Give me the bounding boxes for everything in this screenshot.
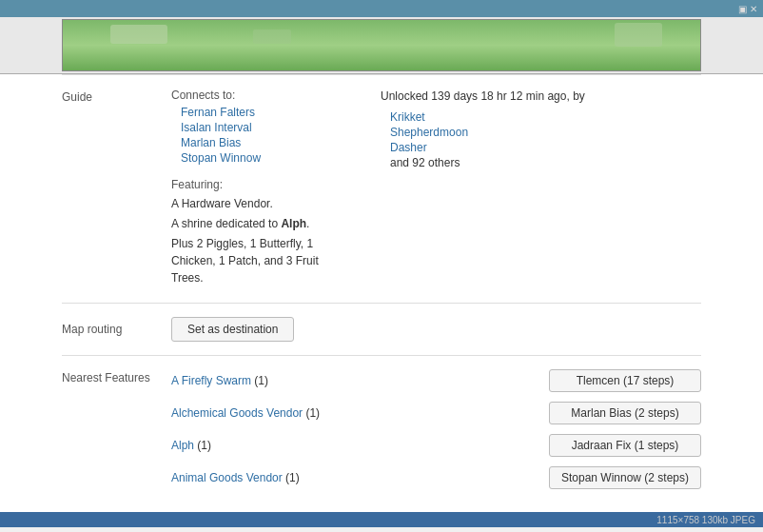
set-destination-button[interactable]: Set as destination bbox=[171, 317, 294, 342]
nearest-btn-3[interactable]: Stopan Winnow (2 steps) bbox=[549, 466, 701, 489]
unlocked-column: Unlocked 139 days 18 hr 12 min ago, by K… bbox=[381, 89, 585, 289]
connects-link-0[interactable]: Fernan Falters bbox=[181, 106, 342, 119]
featuring-item-1: A shrine dedicated to Alph. bbox=[171, 215, 342, 232]
nearest-feature-count-1: (1) bbox=[303, 406, 320, 420]
connects-link-2[interactable]: Marlan Bias bbox=[181, 136, 342, 149]
nearest-features-label: Nearest Features bbox=[62, 369, 171, 499]
map-banner: ▣ ✕ bbox=[0, 0, 763, 17]
nearest-row-2: Alph (1) Jadraan Fix (1 steps) bbox=[171, 434, 701, 457]
nearest-feature-count-3: (1) bbox=[283, 471, 300, 484]
connects-link-3[interactable]: Stopan Winnow bbox=[181, 151, 342, 165]
status-bar: 1115×758 130kb JPEG bbox=[0, 512, 763, 527]
connects-to-title: Connects to: bbox=[171, 89, 342, 102]
unlocked-others: and 92 others bbox=[390, 156, 585, 169]
unlocker-0[interactable]: Krikket bbox=[390, 110, 585, 124]
nearest-feature-name-0: A Firefly Swarm (1) bbox=[171, 374, 539, 387]
status-text: 1115×758 130kb JPEG bbox=[656, 515, 755, 525]
nearest-feature-name-2: Alph (1) bbox=[171, 439, 539, 452]
nearest-row-0: A Firefly Swarm (1) Tlemcen (17 steps) bbox=[171, 369, 701, 392]
map-image-container bbox=[0, 17, 763, 74]
unlocker-1[interactable]: Shepherdmoon bbox=[390, 126, 585, 139]
nearest-btn-0[interactable]: Tlemcen (17 steps) bbox=[549, 369, 701, 392]
nearest-feature-link-2[interactable]: Alph bbox=[171, 439, 194, 452]
guide-section: Guide Connects to: Fernan Falters Isalan… bbox=[62, 75, 701, 303]
nearest-btn-1[interactable]: Marlan Bias (2 steps) bbox=[549, 402, 701, 424]
nearest-btn-2[interactable]: Jadraan Fix (1 steps) bbox=[549, 434, 701, 457]
featuring-item-2: Plus 2 Piggles, 1 Butterfly, 1 Chicken, … bbox=[171, 235, 342, 286]
unlocker-2[interactable]: Dasher bbox=[390, 141, 585, 154]
map-routing-label: Map routing bbox=[62, 323, 171, 336]
connects-to-column: Connects to: Fernan Falters Isalan Inter… bbox=[171, 89, 342, 289]
featuring-title: Featuring: bbox=[171, 178, 342, 191]
unlocked-title: Unlocked 139 days 18 hr 12 min ago, by bbox=[381, 89, 585, 105]
map-image bbox=[62, 19, 701, 71]
map-controls: ▣ ✕ bbox=[738, 4, 757, 14]
nearest-feature-name-3: Animal Goods Vendor (1) bbox=[171, 471, 539, 484]
nearest-features-body: A Firefly Swarm (1) Tlemcen (17 steps) A… bbox=[171, 369, 701, 499]
guide-body: Connects to: Fernan Falters Isalan Inter… bbox=[171, 89, 701, 289]
page-wrapper: Guide Connects to: Fernan Falters Isalan… bbox=[0, 74, 763, 512]
nearest-feature-link-0[interactable]: A Firefly Swarm bbox=[171, 374, 251, 387]
featuring-item-0: A Hardware Vendor. bbox=[171, 195, 342, 212]
nearest-feature-name-1: Alchemical Goods Vendor (1) bbox=[171, 406, 539, 420]
nearest-features-section: Nearest Features A Firefly Swarm (1) Tle… bbox=[62, 356, 701, 512]
nearest-feature-link-3[interactable]: Animal Goods Vendor bbox=[171, 471, 283, 484]
nearest-row-3: Animal Goods Vendor (1) Stopan Winnow (2… bbox=[171, 466, 701, 489]
map-routing-section: Map routing Set as destination bbox=[62, 304, 701, 355]
nearest-feature-count-2: (1) bbox=[194, 439, 211, 452]
nearest-row-1: Alchemical Goods Vendor (1) Marlan Bias … bbox=[171, 402, 701, 424]
nearest-feature-link-1[interactable]: Alchemical Goods Vendor bbox=[171, 406, 303, 420]
nearest-feature-count-0: (1) bbox=[251, 374, 268, 387]
guide-label: Guide bbox=[62, 89, 171, 289]
connects-link-1[interactable]: Isalan Interval bbox=[181, 121, 342, 134]
